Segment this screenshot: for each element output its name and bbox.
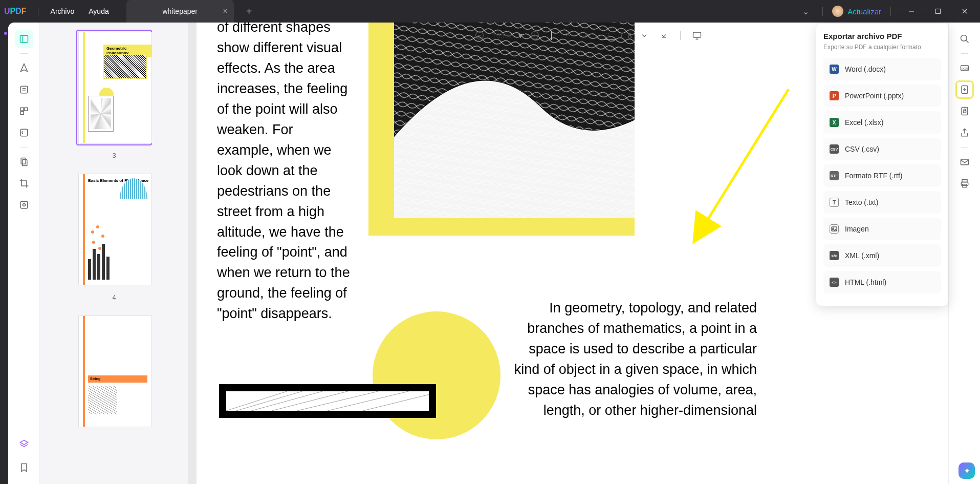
svg-rect-18 [394, 23, 635, 218]
search-icon[interactable] [955, 30, 974, 48]
active-tab-indicator [4, 32, 7, 35]
page-total: 8 [628, 31, 632, 40]
presentation-button[interactable] [690, 28, 704, 43]
organize-tool[interactable] [15, 102, 33, 120]
thumbnail-4[interactable]: Basic Elements of Plane Space [76, 172, 152, 287]
edit-tool[interactable] [15, 80, 33, 99]
export-label: PowerPoint (.pptx) [845, 92, 904, 100]
close-tab-icon[interactable]: × [223, 7, 227, 16]
print-icon[interactable] [955, 174, 974, 193]
page-input[interactable] [600, 31, 615, 40]
pages-tool[interactable] [15, 153, 33, 171]
thumbnail-panel: Geometric Philosophy 3 Basic Elements of… [40, 23, 188, 484]
minimize-button[interactable] [900, 4, 923, 19]
export-csv[interactable]: CSVCSV (.csv) [823, 138, 941, 160]
export-rtf[interactable]: RTFFormato RTF (.rtf) [823, 164, 941, 187]
zoom-in-button[interactable] [528, 28, 542, 43]
page-image-frame [368, 23, 635, 236]
export-icon[interactable] [955, 80, 974, 99]
svg-line-39 [966, 40, 968, 43]
svg-point-38 [961, 35, 967, 41]
titlebar: UPDF Archivo Ayuda whitepaper × + ⌄ Actu… [0, 0, 980, 23]
share-icon[interactable] [955, 123, 974, 142]
svg-rect-14 [22, 160, 27, 166]
right-toolbar: OCR [948, 23, 980, 484]
export-label: Word (.docx) [845, 65, 886, 73]
svg-rect-44 [963, 111, 966, 113]
page-text: of different shapes show different visua… [217, 23, 350, 324]
svg-rect-6 [20, 86, 27, 93]
svg-rect-11 [20, 112, 24, 115]
next-page-button[interactable] [637, 28, 651, 43]
export-label: Excel (.xlsx) [845, 118, 883, 127]
layers-icon[interactable] [15, 435, 33, 453]
first-page-button[interactable] [561, 28, 575, 43]
menu-file[interactable]: Archivo [43, 7, 82, 15]
crop-tool[interactable] [15, 174, 33, 193]
export-label: Texto (.txt) [845, 198, 878, 206]
protect-icon[interactable] [955, 102, 974, 120]
page-image-2 [219, 384, 436, 418]
chevron-down-icon[interactable]: ⌄ [798, 7, 813, 16]
app-logo: UPDF [4, 7, 27, 16]
reader-tool[interactable] [15, 30, 33, 48]
export-xml[interactable]: </>XML (.xml) [823, 244, 941, 267]
maximize-button[interactable] [927, 4, 949, 19]
menu-help[interactable]: Ayuda [81, 7, 116, 15]
avatar[interactable] [832, 6, 843, 17]
svg-line-21 [252, 391, 323, 411]
export-label: Formato RTF (.rtf) [845, 172, 903, 180]
export-label: XML (.xml) [845, 251, 879, 260]
thumbnail-label: 4 [112, 293, 116, 301]
page-circle [373, 311, 500, 439]
zoom-out-button[interactable] [472, 28, 487, 43]
divider [38, 7, 38, 16]
page-separator: / [620, 31, 622, 40]
bookmark-icon[interactable] [15, 458, 33, 477]
export-excel[interactable]: XExcel (.xlsx) [823, 111, 941, 134]
svg-rect-43 [962, 108, 968, 115]
page-text: In geometry, topology, and related branc… [514, 298, 757, 421]
svg-rect-4 [20, 35, 28, 42]
export-panel: Exportar archivo PDF Exporte su PDF a cu… [816, 24, 948, 306]
export-title: Exportar archivo PDF [823, 32, 941, 40]
export-label: HTML (.html) [845, 278, 886, 286]
page-image [394, 23, 635, 218]
thumbnail-3[interactable]: Geometric Philosophy [76, 30, 152, 145]
export-powerpoint[interactable]: PPowerPoint (.pptx) [823, 85, 941, 107]
svg-line-20 [236, 391, 302, 411]
document-tab[interactable]: whitepaper × [126, 0, 234, 23]
separator [551, 31, 552, 40]
mail-icon[interactable] [955, 153, 974, 171]
thumb-band: String [88, 375, 147, 383]
export-subtitle: Exporte su PDF a cualquier formato [823, 44, 941, 51]
ai-assistant-icon[interactable]: ✦ [959, 462, 975, 479]
new-tab-button[interactable]: + [246, 6, 252, 17]
export-text[interactable]: TTexto (.txt) [823, 191, 941, 214]
svg-line-25 [363, 394, 429, 411]
prev-page-button[interactable] [580, 28, 595, 43]
export-image[interactable]: Imagen [823, 218, 941, 240]
separator [20, 147, 28, 148]
export-html[interactable]: <>HTML (.html) [823, 271, 941, 293]
form-tool[interactable] [15, 123, 33, 142]
thumbnail-label: 3 [112, 152, 116, 159]
redact-tool[interactable] [15, 196, 33, 214]
tab-title: whitepaper [162, 7, 198, 15]
zoom-dropdown[interactable]: ▾ [518, 31, 522, 40]
upgrade-button[interactable]: Actualizar [847, 7, 881, 16]
svg-rect-10 [24, 108, 27, 111]
svg-text:OCR: OCR [961, 67, 968, 70]
divider [890, 7, 891, 16]
ocr-icon[interactable]: OCR [955, 59, 974, 77]
export-word[interactable]: WWord (.docx) [823, 58, 941, 80]
last-page-button[interactable] [657, 28, 671, 43]
annotate-tool[interactable] [15, 59, 33, 77]
close-button[interactable] [953, 4, 976, 19]
thumbnail-5[interactable]: String [76, 313, 152, 429]
separator [20, 53, 28, 54]
svg-rect-15 [20, 201, 27, 208]
export-label: Imagen [845, 225, 869, 233]
svg-rect-45 [961, 159, 968, 165]
svg-rect-33 [693, 32, 701, 37]
